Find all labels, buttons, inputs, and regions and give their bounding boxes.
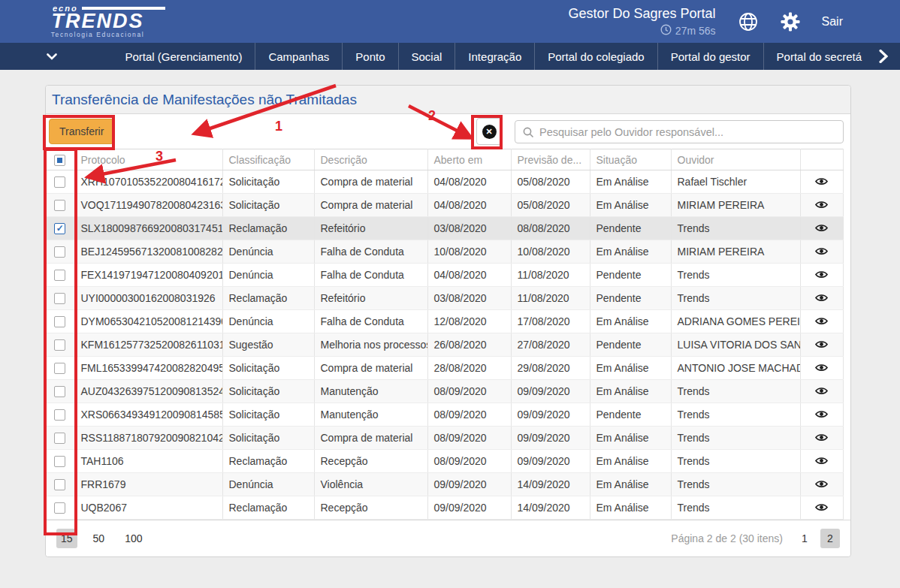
page-button-1[interactable]: 1: [795, 529, 814, 548]
table-row: DYM0653042105200812143907DenúnciaFalha d…: [46, 310, 843, 333]
column-header-ouvidor[interactable]: Ouvidor: [671, 149, 800, 170]
view-button[interactable]: [811, 221, 832, 237]
view-button[interactable]: [811, 384, 832, 400]
cell-previsao: 09/09/2020: [511, 427, 590, 450]
row-select-cell: [46, 473, 74, 496]
nav-item-ponto[interactable]: Ponto: [342, 43, 397, 70]
column-header-previsao[interactable]: Previsão de...↑: [511, 149, 590, 170]
table-row: UQB2067ReclamaçãoRecepção09/09/202014/09…: [46, 496, 843, 520]
table-row: UYI00000300162008031926ReclamaçãoRefeitó…: [46, 287, 843, 310]
view-button[interactable]: [811, 314, 832, 330]
page-button-2[interactable]: 2: [820, 529, 840, 548]
row-actions-cell: [800, 217, 843, 240]
search-box: [515, 120, 844, 143]
gear-icon[interactable]: [781, 12, 800, 32]
cell-previsao: 08/08/2020: [511, 217, 590, 240]
globe-icon[interactable]: [738, 11, 759, 32]
row-checkbox[interactable]: [54, 339, 65, 351]
logout-link[interactable]: Sair: [822, 15, 843, 29]
row-checkbox[interactable]: [54, 293, 65, 304]
row-checkbox[interactable]: [54, 246, 65, 258]
table-row: TAH1106ReclamaçãoRecepção08/09/202009/09…: [46, 450, 843, 473]
row-actions-cell: [800, 194, 843, 217]
nav-item-portal-do-colegiado[interactable]: Portal do colegiado: [534, 43, 657, 70]
cell-descricao: Compra de material: [314, 170, 427, 194]
row-checkbox[interactable]: [54, 456, 65, 467]
clear-filter-button[interactable]: ✕: [476, 118, 502, 145]
cell-situacao: Em Análise: [590, 310, 671, 333]
cell-aberto-em: 08/09/2020: [427, 450, 511, 473]
view-button[interactable]: [811, 174, 832, 190]
cell-protocolo: XRH1070105352200804161721: [74, 170, 222, 194]
chevron-down-icon[interactable]: [47, 43, 57, 70]
nav-item-portal-do-gestor[interactable]: Portal do gestor: [657, 43, 763, 70]
column-header-classificacao[interactable]: Classificação: [222, 149, 314, 170]
page-size-100[interactable]: 100: [120, 529, 146, 548]
row-checkbox[interactable]: [54, 270, 65, 281]
cell-situacao: Em Análise: [590, 496, 671, 520]
row-actions-cell: [800, 496, 843, 520]
row-checkbox[interactable]: [54, 502, 65, 514]
row-actions-cell: [800, 473, 843, 496]
page-size-15[interactable]: 15: [56, 529, 77, 548]
view-button[interactable]: [811, 337, 832, 353]
chevron-right-icon[interactable]: [879, 43, 888, 70]
cell-classificacao: Denúncia: [222, 310, 314, 333]
cell-aberto-em: 04/08/2020: [427, 264, 511, 287]
cell-previsao: 11/08/2020: [511, 264, 590, 287]
view-button[interactable]: [811, 500, 832, 516]
cell-descricao: Refeitório: [314, 287, 427, 310]
row-checkbox[interactable]: [54, 363, 65, 374]
column-header-protocolo[interactable]: Protocolo: [74, 149, 222, 170]
view-button[interactable]: [811, 477, 832, 493]
eye-icon: [815, 457, 828, 465]
cell-descricao: Recepção: [314, 450, 427, 473]
row-checkbox[interactable]: [54, 176, 65, 188]
row-checkbox[interactable]: [54, 433, 65, 444]
page-size-50[interactable]: 50: [89, 529, 110, 548]
view-button[interactable]: [811, 454, 832, 469]
row-checkbox[interactable]: [54, 316, 65, 327]
row-checkbox[interactable]: [54, 386, 65, 397]
cell-aberto-em: 08/09/2020: [427, 427, 511, 450]
logo[interactable]: ecno TRENDS Tecnologia Educacional: [30, 5, 165, 38]
view-button[interactable]: [811, 267, 832, 283]
cell-previsao: 27/08/2020: [511, 333, 590, 357]
view-button[interactable]: [811, 360, 832, 376]
nav-item-campanhas[interactable]: Campanhas: [255, 43, 342, 70]
cell-ouvidor: Trends: [671, 287, 800, 310]
circle-x-icon: ✕: [482, 125, 497, 139]
nav-item-portal-do-secret-[interactable]: Portal do secretá: [763, 43, 874, 70]
cell-situacao: Pendente: [590, 403, 671, 427]
row-select-cell: [46, 357, 74, 380]
column-header-situacao[interactable]: Situação: [590, 149, 671, 170]
pagination-summary: Página 2 de 2 (30 itens): [671, 532, 783, 544]
view-button[interactable]: [811, 198, 832, 213]
timer-value: 27m 56s: [675, 25, 716, 37]
cell-descricao: Manutenção: [314, 403, 427, 427]
cell-classificacao: Solicitação: [222, 380, 314, 403]
row-checkbox[interactable]: [54, 200, 65, 211]
search-input[interactable]: [515, 121, 843, 143]
cell-classificacao: Solicitação: [222, 194, 314, 217]
cell-protocolo: VOQ1711949078200804231631: [74, 194, 222, 217]
nav-item-integra-o[interactable]: Integração: [455, 43, 534, 70]
view-button[interactable]: [811, 291, 832, 306]
select-all-checkbox[interactable]: [54, 155, 65, 166]
cell-protocolo: FEX1419719471200804092016: [74, 264, 222, 287]
column-header-aberto-em[interactable]: Aberto em: [427, 149, 511, 170]
view-button[interactable]: [811, 430, 832, 446]
row-select-cell: [46, 310, 74, 333]
transfer-button[interactable]: Transferir: [49, 119, 114, 144]
column-header-descricao[interactable]: Descrição: [314, 149, 427, 170]
nav-item-portal-gerenciamento-[interactable]: Portal (Gerenciamento): [113, 43, 255, 70]
row-checkbox[interactable]: [54, 409, 65, 421]
row-checkbox[interactable]: [54, 223, 65, 234]
view-button[interactable]: [811, 244, 832, 260]
cell-classificacao: Solicitação: [222, 357, 314, 380]
view-button[interactable]: [811, 407, 832, 423]
row-checkbox[interactable]: [54, 479, 65, 490]
cell-aberto-em: 12/08/2020: [427, 310, 511, 333]
nav-item-social[interactable]: Social: [398, 43, 455, 70]
row-select-cell: [46, 217, 74, 240]
